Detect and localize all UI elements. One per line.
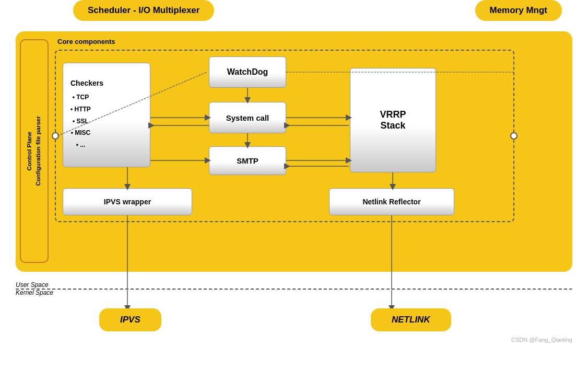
checkers-box: Checkers • TCP • HTTP • SSL • MISC • ... bbox=[63, 63, 150, 167]
checker-tcp: • TCP bbox=[70, 91, 91, 103]
smtp-label: SMTP bbox=[237, 156, 258, 165]
connector-right bbox=[510, 132, 518, 140]
system-call-box: System call bbox=[209, 102, 286, 133]
netlink-label: NETLINK bbox=[392, 315, 430, 325]
scheduler-label: Scheduler - I/O Multiplexer bbox=[88, 5, 199, 15]
checkers-list: • TCP • HTTP • SSL • MISC • ... bbox=[70, 91, 91, 151]
control-plane-label: Control PlaneConfiguration file parser bbox=[25, 116, 43, 186]
control-plane-box: Control PlaneConfiguration file parser bbox=[20, 39, 49, 263]
core-components-label: Core components bbox=[57, 38, 115, 45]
diagram-wrapper: Scheduler - I/O Multiplexer Memory Mngt … bbox=[16, 0, 572, 345]
checker-more: • ... bbox=[70, 139, 91, 151]
watchdog-label: WatchDog bbox=[227, 67, 268, 77]
smtp-box: SMTP bbox=[209, 146, 286, 175]
memory-box: Memory Mngt bbox=[475, 0, 562, 21]
netlink-reflector-label: Netlink Reflector bbox=[362, 198, 420, 206]
watchdog-box: WatchDog bbox=[209, 56, 286, 88]
vrrp-box: VRRP Stack bbox=[350, 68, 436, 172]
ipvs-wrapper-label: IPVS wrapper bbox=[104, 198, 151, 206]
checker-http: • HTTP bbox=[70, 103, 91, 116]
kernel-space-label: Kernel Space bbox=[16, 289, 53, 296]
connector-left bbox=[52, 132, 59, 140]
ipvs-label: IPVS bbox=[120, 315, 140, 325]
netlink-kernel-box: NETLINK bbox=[371, 308, 451, 331]
memory-label: Memory Mngt bbox=[490, 5, 548, 15]
checker-misc: • MISC bbox=[70, 127, 91, 139]
netlink-reflector-box: Netlink Reflector bbox=[329, 188, 454, 215]
ipvs-wrapper-box: IPVS wrapper bbox=[63, 188, 192, 215]
checker-ssl: • SSL bbox=[70, 116, 91, 128]
space-separator bbox=[16, 289, 572, 290]
checkers-title: Checkers bbox=[70, 79, 103, 87]
scheduler-box: Scheduler - I/O Multiplexer bbox=[73, 0, 214, 21]
system-call-label: System call bbox=[226, 113, 269, 122]
ipvs-kernel-box: IPVS bbox=[99, 308, 161, 331]
watermark: CSDN @Fang_Qianling bbox=[511, 337, 572, 343]
user-space-label: User Space bbox=[16, 281, 49, 289]
vrrp-label: VRRP Stack bbox=[380, 109, 406, 131]
